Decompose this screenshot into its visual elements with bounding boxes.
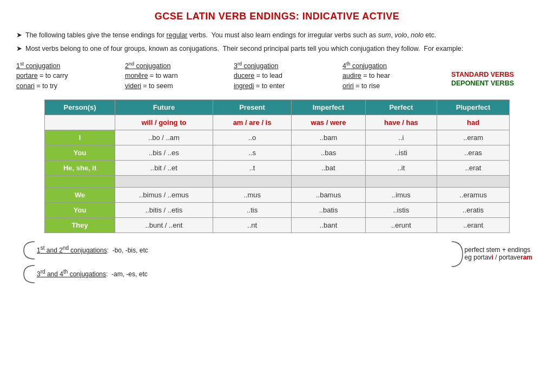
we-present: ..mus — [213, 188, 292, 203]
you-pl-perfect: ..istis — [365, 203, 437, 218]
person-I: I — [45, 130, 115, 145]
divider-imperfect — [292, 176, 365, 188]
footnote-right-text: perfect stem + endings eg portavi / port… — [465, 241, 532, 261]
verb-endings-table: Person(s) Future Present Imperfect Perfe… — [44, 99, 510, 233]
divider-present — [213, 176, 292, 188]
subheader-perfect: have / has — [365, 115, 437, 130]
col-header-future: Future — [115, 100, 213, 115]
they-perfect: ..erunt — [365, 218, 437, 233]
table-row: I ..bo / ..am ..o ..bam ..i ..eram — [45, 130, 510, 145]
page-title: GCSE LATIN VERB ENDINGS: INDICATIVE ACTI… — [16, 11, 538, 22]
brace-left-svg-2 — [22, 264, 37, 284]
I-future: ..bo / ..am — [115, 130, 213, 145]
footnote-left: 1st and 2nd conjugations: -bo, -bis, etc… — [22, 241, 148, 287]
conj-item-3a: ducere = to lead — [234, 71, 342, 81]
standard-deponent-labels: STANDARD VERBS DEPONENT VERBS — [451, 61, 538, 87]
we-future: ..bimus / ..emus — [115, 188, 213, 203]
conj-title-3: 3rd conjugation — [234, 61, 342, 70]
they-future: ..bunt / ..ent — [115, 218, 213, 233]
footnote-right: perfect stem + endings eg portavi / port… — [450, 241, 532, 268]
you-pl-imperfect: ..batis — [292, 203, 365, 218]
you-sing-future: ..bis / ..es — [115, 145, 213, 161]
he-perfect: ..it — [365, 161, 437, 176]
intro-line2: Most verbs belong to one of four groups,… — [25, 43, 463, 54]
you-sing-imperfect: ..bas — [292, 145, 365, 161]
they-present: ..nt — [213, 218, 292, 233]
we-pluperfect: ..eramus — [437, 188, 510, 203]
col-header-person: Person(s) — [45, 100, 115, 115]
bullet-arrow-2: ➤ — [16, 43, 22, 55]
table-row: You ..bis / ..es ..s ..bas ..isti ..eras — [45, 145, 510, 161]
standard-verbs-label: STANDARD VERBS — [451, 71, 538, 78]
person-we: We — [45, 188, 115, 203]
subheader-future: will / going to — [115, 115, 213, 130]
table-row: They ..bunt / ..ent ..nt ..bant ..erunt … — [45, 218, 510, 233]
you-sing-perfect: ..isti — [365, 145, 437, 161]
table-row: He, she, it ..bit / ..et ..t ..bat ..it … — [45, 161, 510, 176]
brace-right-svg — [450, 241, 465, 268]
tense-meanings-row: will / going to am / are / is was / were… — [45, 115, 510, 130]
footnote-brace-left-12: 1st and 2nd conjugations: -bo, -bis, etc — [22, 241, 148, 260]
you-pl-present: ..tis — [213, 203, 292, 218]
we-perfect: ..imus — [365, 188, 437, 203]
col-header-pluperfect: Pluperfect — [437, 100, 510, 115]
conj-block-3: 3rd conjugation ducere = to lead ingredi… — [234, 61, 342, 91]
subheader-imperfect: was / were — [292, 115, 365, 130]
conj-item-4b: oriri = to rise — [342, 81, 451, 91]
conj-title-4: 4th conjugation — [342, 61, 451, 70]
footnote-section: 1st and 2nd conjugations: -bo, -bis, etc… — [16, 241, 538, 287]
he-imperfect: ..bat — [292, 161, 365, 176]
you-sing-present: ..s — [213, 145, 292, 161]
conj-title-2: 2nd conjugation — [125, 61, 234, 70]
brace-left-svg — [22, 241, 37, 260]
he-present: ..t — [213, 161, 292, 176]
footnote-right-content: perfect stem + endings eg portavi / port… — [450, 241, 532, 268]
intro-line1: The following tables give the tense endi… — [25, 30, 437, 41]
bullet-arrow-1: ➤ — [16, 30, 22, 41]
conj-item-1a: portare = to carry — [16, 71, 125, 81]
conj-item-4a: audire = to hear — [342, 71, 451, 81]
divider-future — [115, 176, 213, 188]
divider-pluperfect — [437, 176, 510, 188]
he-pluperfect: ..erat — [437, 161, 510, 176]
table-divider-row — [45, 176, 510, 188]
conj-item-2a: monēre = to warn — [125, 71, 234, 81]
divider-person — [45, 176, 115, 188]
table-header-row: Person(s) Future Present Imperfect Perfe… — [45, 100, 510, 115]
they-imperfect: ..bant — [292, 218, 365, 233]
I-perfect: ..i — [365, 130, 437, 145]
col-header-imperfect: Imperfect — [292, 100, 365, 115]
footnote-12-text: 1st and 2nd conjugations: -bo, -bis, etc — [37, 241, 148, 254]
deponent-verbs-label: DEPONENT VERBS — [451, 79, 538, 87]
I-present: ..o — [213, 130, 292, 145]
conj-item-1b: conari = to try — [16, 81, 125, 91]
conjugation-section: 1st conjugation portare = to carry conar… — [16, 61, 538, 91]
they-pluperfect: ..erant — [437, 218, 510, 233]
person-they: They — [45, 218, 115, 233]
conj-block-2: 2nd conjugation monēre = to warn videri … — [125, 61, 234, 91]
conj-title-1: 1st conjugation — [16, 61, 125, 70]
conj-block-4: 4th conjugation audire = to hear oriri =… — [342, 61, 451, 91]
you-sing-pluperfect: ..eras — [437, 145, 510, 161]
conj-block-1: 1st conjugation portare = to carry conar… — [16, 61, 125, 91]
I-imperfect: ..bam — [292, 130, 365, 145]
portaveram-text: eg portavi / portaveram — [465, 254, 532, 261]
you-pl-pluperfect: ..eratis — [437, 203, 510, 218]
footnote-brace-left-34: 3rd and 4th conjugations: -am, -es, etc — [22, 264, 148, 284]
conj-item-3b: ingredi = to enter — [234, 81, 342, 91]
perfect-stem-text: perfect stem + endings — [465, 246, 532, 254]
he-future: ..bit / ..et — [115, 161, 213, 176]
person-he-she-it: He, she, it — [45, 161, 115, 176]
subheader-person — [45, 115, 115, 130]
table-row: You ..bitis / ..etis ..tis ..batis ..ist… — [45, 203, 510, 218]
person-you-sing: You — [45, 145, 115, 161]
divider-perfect — [365, 176, 437, 188]
col-header-present: Present — [213, 100, 292, 115]
subheader-pluperfect: had — [437, 115, 510, 130]
subheader-present: am / are / is — [213, 115, 292, 130]
intro-section: ➤ The following tables give the tense en… — [16, 30, 538, 55]
col-header-perfect: Perfect — [365, 100, 437, 115]
table-row: We ..bimus / ..emus ..mus ..bamus ..imus… — [45, 188, 510, 203]
conj-item-2b: videri = to seem — [125, 81, 234, 91]
verb-table-wrapper: Person(s) Future Present Imperfect Perfe… — [44, 99, 510, 233]
